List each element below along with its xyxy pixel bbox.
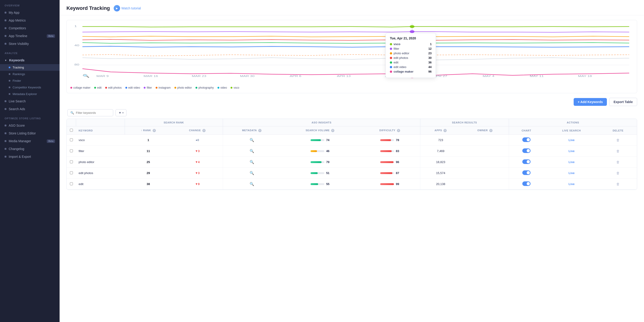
nav-dot-icon (9, 67, 10, 68)
sidebar-item-import-export[interactable]: Import & Export (0, 153, 60, 161)
chart-toggle[interactable] (522, 137, 530, 142)
metadata-search-icon[interactable]: 🔍 (250, 182, 254, 186)
chart-toggle[interactable] (522, 170, 530, 175)
change-cell: ▼3 (172, 168, 223, 179)
sidebar-item-tracking[interactable]: Tracking (0, 64, 60, 71)
metadata-search-icon[interactable]: 🔍 (250, 171, 254, 175)
row-checkbox[interactable] (70, 138, 73, 141)
live-search-link[interactable]: Live (568, 182, 574, 186)
chart-tooltip: Tue, Apr 21, 2020 vsco 1 filter 12 photo… (386, 33, 436, 78)
metadata-col-header: METADATA ? (223, 126, 280, 135)
filter-button[interactable]: ▼ ▾ (116, 109, 126, 116)
export-table-button[interactable]: Export Table (609, 98, 637, 106)
tooltip-dot (390, 52, 392, 54)
delete-icon[interactable]: 🗑 (616, 171, 620, 175)
select-all-checkbox[interactable] (70, 129, 73, 132)
sidebar-item-finder[interactable]: Finder (0, 77, 60, 84)
chart-toggle-cell[interactable] (509, 146, 544, 157)
sidebar-item-store-listing-editor[interactable]: Store Listing Editor (0, 129, 60, 137)
sidebar-item-aso-score[interactable]: ASO Score (0, 122, 60, 129)
live-search-link[interactable]: Live (568, 138, 574, 142)
tooltip-keyword: photo editor (394, 51, 409, 55)
metadata-cell[interactable]: 🔍 (223, 168, 280, 179)
metadata-info-icon: ? (258, 129, 262, 132)
chart-toggle-cell[interactable] (509, 135, 544, 146)
sidebar-item-competitors[interactable]: Competitors (0, 24, 60, 32)
sidebar-group-keywords[interactable]: ▼ Keywords (0, 56, 60, 64)
sidebar-item-label: Tracking (12, 66, 24, 69)
sidebar-item-app-timeline[interactable]: App Timeline Beta (0, 32, 60, 40)
sidebar-item-search-ads[interactable]: Search Ads (0, 105, 60, 113)
sidebar-item-label: Store Listing Editor (9, 131, 36, 135)
live-search-link[interactable]: Live (568, 160, 574, 164)
delete-icon[interactable]: 🗑 (616, 160, 620, 164)
legend-label: photo editor (178, 86, 192, 89)
difficulty-cell: 78 (360, 135, 420, 146)
sidebar-item-label: Changelog (9, 147, 24, 151)
metadata-search-icon[interactable]: 🔍 (250, 149, 254, 153)
add-keywords-button[interactable]: + Add Keywords (574, 98, 607, 106)
sidebar-item-my-app[interactable]: My App (0, 9, 60, 16)
delete-cell[interactable]: 🗑 (599, 157, 637, 168)
tooltip-row: collage maker 96 (390, 70, 432, 73)
chart-toggle[interactable] (522, 159, 530, 164)
row-checkbox[interactable] (70, 149, 73, 152)
row-checkbox[interactable] (70, 182, 73, 185)
sidebar-item-media-manager[interactable]: Media Manager Beta (0, 137, 60, 145)
apps-cell: 18,823 (420, 157, 461, 168)
page-header: Keyword Tracking ▶ Watch tutorial (60, 0, 644, 15)
chart-toggle-cell[interactable] (509, 179, 544, 190)
sidebar-item-live-search[interactable]: Live Search (0, 97, 60, 105)
tooltip-row: edit 36 (390, 61, 432, 64)
chart-toggle[interactable] (522, 148, 530, 153)
chart-toggle[interactable] (522, 181, 530, 186)
live-search-link[interactable]: Live (568, 149, 574, 153)
sidebar-item-rankings[interactable]: Rankings (0, 71, 60, 77)
table-toolbar: + Add Keywords Export Table (66, 98, 637, 106)
chart-toggle-cell[interactable] (509, 168, 544, 179)
watch-tutorial-link[interactable]: ▶ Watch tutorial (114, 5, 141, 11)
delete-icon[interactable]: 🗑 (616, 182, 620, 186)
metadata-cell[interactable]: 🔍 (223, 157, 280, 168)
row-checkbox[interactable] (70, 171, 73, 174)
sidebar-item-label: Search Ads (9, 107, 25, 111)
chart-svg: 1 40 80 (70, 24, 633, 79)
tooltip-rank: 23 (425, 51, 432, 55)
delete-cell[interactable]: 🗑 (599, 179, 637, 190)
delete-icon[interactable]: 🗑 (616, 149, 620, 153)
search-volume-col-header: SEARCH VOLUME ? (280, 126, 360, 135)
row-checkbox[interactable] (70, 160, 73, 163)
delete-cell[interactable]: 🗑 (599, 168, 637, 179)
search-results-group-header: SEARCH RESULTS (420, 119, 509, 126)
sidebar-item-competitor-keywords[interactable]: Competitor Keywords (0, 84, 60, 91)
keyword-search-input[interactable] (76, 111, 110, 114)
metadata-search-icon[interactable]: 🔍 (250, 138, 254, 142)
delete-icon[interactable]: 🗑 (616, 138, 620, 142)
delete-cell[interactable]: 🗑 (599, 146, 637, 157)
live-search-cell[interactable]: Live (544, 179, 599, 190)
live-search-cell[interactable]: Live (544, 157, 599, 168)
metadata-cell[interactable]: 🔍 (223, 135, 280, 146)
sidebar-item-metadata-explorer[interactable]: Metadata Explorer (0, 91, 60, 97)
row-checkbox-cell (67, 135, 76, 146)
sidebar-item-store-visibility[interactable]: Store Visibility (0, 40, 60, 48)
owner-col-header: OWNER ? (461, 126, 509, 135)
live-search-cell[interactable]: Live (544, 135, 599, 146)
live-search-cell[interactable]: Live (544, 146, 599, 157)
legend-item: instagram (156, 86, 171, 89)
chart-toggle-cell[interactable] (509, 157, 544, 168)
nav-dot-icon (4, 27, 6, 29)
table-controls-row: 🔍 ▼ ▾ (66, 109, 637, 116)
svg-text:🔍: 🔍 (82, 74, 90, 78)
legend-dot (70, 87, 72, 89)
metadata-cell[interactable]: 🔍 (223, 179, 280, 190)
delete-cell[interactable]: 🗑 (599, 135, 637, 146)
actions-group-header: ACTIONS (509, 119, 637, 126)
sidebar-item-changelog[interactable]: Changelog (0, 145, 60, 153)
svg-text:MAY 4: MAY 4 (483, 75, 494, 77)
metadata-search-icon[interactable]: 🔍 (250, 160, 254, 164)
live-search-cell[interactable]: Live (544, 168, 599, 179)
sidebar-item-app-metrics[interactable]: App Metrics (0, 16, 60, 24)
live-search-link[interactable]: Live (568, 171, 574, 175)
metadata-cell[interactable]: 🔍 (223, 146, 280, 157)
